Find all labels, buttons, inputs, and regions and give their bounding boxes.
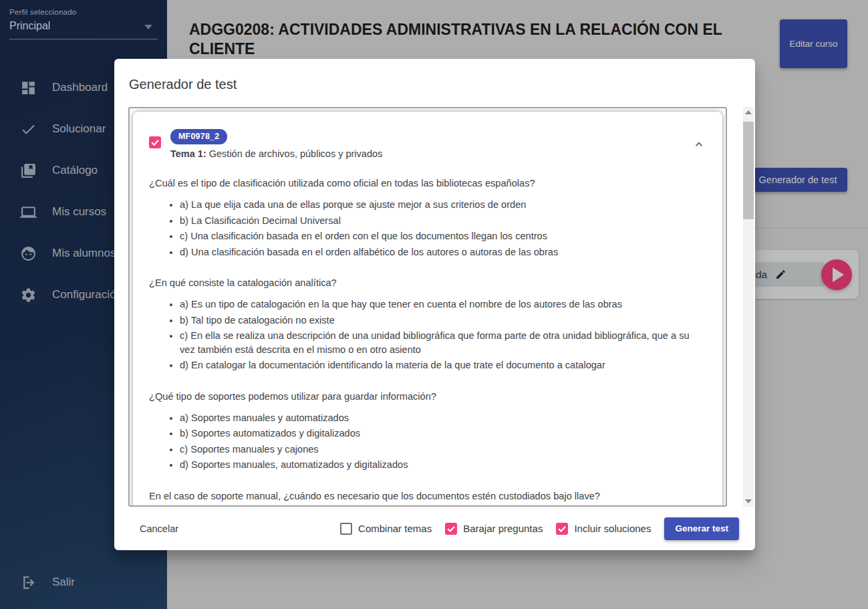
unit-meta: MF0978_2 Tema 1: Gestión de archivos, pú… [170,129,382,159]
scrollbar-thumb[interactable] [743,122,754,219]
question-block: ¿Cuál es el tipo de clasificación utiliz… [149,176,705,259]
answer-option: c) Soportes manuales y cajones [180,443,705,457]
question-text: ¿Qué tipo de soportes podemos utilizar p… [149,390,705,403]
question-block: ¿En qué consiste la catalogación analíti… [149,276,705,372]
test-generator-modal: Generador de test MF0978_2 Tema 1: Gesti… [114,59,755,550]
cancel-button[interactable]: Cancelar [140,523,178,534]
question-text: En el caso de soporte manual, ¿cuándo es… [149,489,705,503]
footer-options: Combinar temasBarajar preguntasIncluir s… [340,517,739,540]
unit-header: MF0978_2 Tema 1: Gestión de archivos, pú… [149,129,705,159]
answer-option: b) Soportes automatizados y digitalizado… [180,427,705,441]
question-block: En el caso de soporte manual, ¿cuándo es… [149,489,705,507]
generate-test-button[interactable]: Generar test [664,517,739,540]
collapse-chevron-icon[interactable] [693,138,705,150]
checkbox-box-combinar-temas[interactable] [340,523,352,535]
question-text: ¿En qué consiste la catalogación analíti… [149,276,705,289]
scrollbar[interactable] [743,107,754,507]
answer-option: b) La Clasificación Decimal Universal [180,214,705,228]
checkbox-label: Barajar preguntas [463,523,543,534]
answer-option: a) La que elija cada una de ellas porque… [180,198,705,212]
tema-prefix: Tema 1: [170,148,206,159]
answer-options: a) La que elija cada una de ellas porque… [149,198,705,259]
answer-option: c) En ella se realiza una descripción de… [180,329,705,356]
answer-option: b) Tal tipo de catalogación no existe [180,314,705,328]
answer-options: a) Es un tipo de catalogación en la que … [149,297,705,372]
checkbox-label: Combinar temas [358,523,432,534]
scrollbar-up-arrow[interactable] [743,107,754,118]
answer-option: d) Soportes manuales, automatizados y di… [180,458,705,472]
checkbox-box-barajar-preguntas[interactable] [445,523,457,535]
tema-title: Gestión de archivos, públicos y privados [206,148,383,159]
answer-option: d) En catalogar la documentación identif… [180,358,705,372]
question-text: ¿Cuál es el tipo de clasificación utiliz… [149,176,705,190]
answer-option: a) Es un tipo de catalogación en la que … [180,297,705,312]
answer-options: a) Soportes manuales y automatizadosb) S… [149,411,705,472]
unit-checkbox[interactable] [149,136,161,148]
unit-badge: MF0978_2 [170,129,227,144]
checkbox-combinar-temas[interactable]: Combinar temas [340,523,432,535]
unit-tema: Tema 1: Gestión de archivos, públicos y … [170,148,382,159]
scrollbar-down-arrow[interactable] [743,496,754,507]
answer-option: d) Una clasificación basada en el orden … [180,245,705,259]
questions-container: MF0978_2 Tema 1: Gestión de archivos, pú… [128,107,727,507]
checkbox-incluir-soluciones[interactable]: Incluir soluciones [556,523,651,535]
checkbox-barajar-preguntas[interactable]: Barajar preguntas [445,523,543,535]
question-block: ¿Qué tipo de soportes podemos utilizar p… [149,390,705,472]
checkbox-label: Incluir soluciones [574,523,651,534]
modal-footer: Cancelar Combinar temasBarajar preguntas… [114,507,755,550]
modal-title: Generador de test [129,77,237,92]
checkbox-box-incluir-soluciones[interactable] [556,523,568,535]
questions-list: ¿Cuál es el tipo de clasificación utiliz… [149,176,705,507]
unit-card: MF0978_2 Tema 1: Gestión de archivos, pú… [133,112,722,507]
answer-option: c) Una clasificación basada en el orden … [180,229,705,243]
questions-scroll-area: MF0978_2 Tema 1: Gestión de archivos, pú… [128,107,754,507]
answer-option: a) Soportes manuales y automatizados [180,411,705,425]
